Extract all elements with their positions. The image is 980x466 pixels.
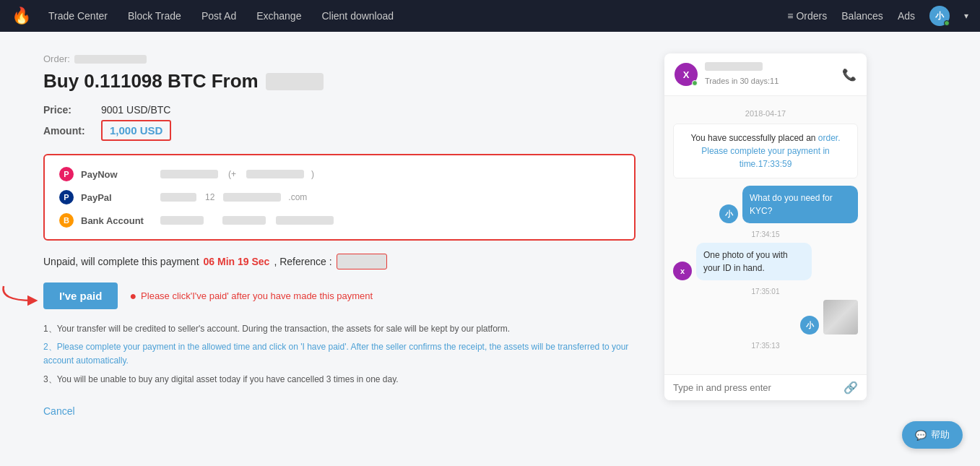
- order-id: [74, 55, 147, 64]
- phone-icon[interactable]: 📞: [842, 68, 857, 82]
- help-chat-icon: 💬: [915, 430, 927, 441]
- bank-detail3: [276, 216, 334, 225]
- price-value: 9001 USD/BTC: [101, 104, 170, 116]
- avatar[interactable]: 小: [929, 6, 950, 26]
- arrow-indicator: [0, 279, 40, 308]
- paypal-detail2: [223, 193, 281, 202]
- chat-input[interactable]: [673, 382, 838, 393]
- payment-box: P PayNow (+ ) P PayPal 12 .com B Bank Ac…: [43, 154, 636, 241]
- payment-bank: B Bank Account: [59, 213, 620, 228]
- bank-detail1: [160, 216, 204, 225]
- reference-value: [337, 254, 387, 269]
- paynow-detail1: [160, 170, 218, 178]
- note-1: 1、Your transfer will be credited to sell…: [43, 322, 636, 336]
- nav-right: ≡ Orders Balances Ads 小 ▾: [787, 6, 968, 26]
- nav-block-trade[interactable]: Block Trade: [128, 10, 181, 22]
- amount-value: 1,000 USD: [101, 120, 171, 141]
- payment-paypal: P PayPal 12 .com: [59, 190, 620, 204]
- chat-seller-avatar: X: [675, 63, 698, 86]
- msg-time-1: 17:34:15: [673, 230, 858, 238]
- bank-detail2: [222, 216, 266, 225]
- cancel-link[interactable]: Cancel: [43, 405, 75, 417]
- paypal-icon: P: [59, 190, 74, 204]
- chat-user-info: Trades in 30 days:11: [705, 62, 835, 87]
- system-message: You have successfully placed an order. P…: [673, 124, 858, 178]
- message-2: x One photo of you with your ID in hand.: [673, 243, 858, 280]
- countdown-before: Unpaid, will complete this payment: [43, 256, 199, 267]
- chat-username: [705, 62, 763, 71]
- msg-image: [823, 300, 858, 335]
- navbar: 🔥 Trade Center Block Trade Post Ad Excha…: [0, 0, 980, 32]
- note-3: 3、You will be unable to buy any digital …: [43, 373, 636, 387]
- order-label: Order:: [43, 53, 636, 64]
- chat-panel: X Trades in 30 days:11 📞 2018-04-17 You …: [664, 53, 867, 400]
- paynow-icon: P: [59, 167, 74, 181]
- amount-label: Amount:: [43, 125, 101, 137]
- nav-trade-center[interactable]: Trade Center: [48, 10, 108, 22]
- nav-links: Trade Center Block Trade Post Ad Exchang…: [48, 10, 787, 22]
- countdown-after: , Reference :: [274, 256, 331, 267]
- logo-icon: 🔥: [12, 7, 31, 25]
- ads-link[interactable]: Ads: [898, 10, 915, 22]
- nav-post-ad[interactable]: Post Ad: [201, 10, 236, 22]
- paid-warning: ● Please click'I've paid' after you have…: [129, 290, 373, 303]
- warning-icon: ●: [129, 290, 136, 303]
- help-button[interactable]: 💬 帮助: [902, 421, 963, 449]
- notes: 1、Your transfer will be credited to sell…: [43, 322, 636, 387]
- help-label: 帮助: [931, 428, 950, 441]
- paypal-label: PayPal: [81, 192, 153, 203]
- order-title: Buy 0.111098 BTC From: [43, 70, 636, 92]
- msg-bubble-2: One photo of you with your ID in hand.: [696, 243, 812, 280]
- countdown-row: Unpaid, will complete this payment 06 Mi…: [43, 254, 636, 269]
- amount-row: Amount: 1,000 USD: [43, 120, 636, 141]
- bank-icon: B: [59, 213, 74, 228]
- ive-paid-button[interactable]: I've paid: [43, 282, 118, 309]
- paynow-label: PayNow: [81, 169, 153, 180]
- price-label: Price:: [43, 104, 101, 116]
- msg-time-3: 17:35:13: [673, 342, 858, 350]
- chat-avatar-online-dot: [692, 80, 698, 86]
- chat-messages: 2018-04-17 You have successfully placed …: [664, 96, 867, 374]
- nav-client-download[interactable]: Client download: [321, 10, 394, 22]
- warning-text: Please click'I've paid' after you have m…: [141, 290, 373, 301]
- avatar-chevron: ▾: [964, 11, 968, 21]
- orders-icon: ≡: [787, 10, 793, 22]
- nav-exchange[interactable]: Exchange: [256, 10, 301, 22]
- chat-trades: Trades in 30 days:11: [705, 77, 779, 85]
- left-panel: Order: Buy 0.111098 BTC From Price: 9001…: [43, 53, 636, 418]
- chat-input-area: 🔗: [664, 374, 867, 400]
- chat-date: 2018-04-17: [673, 109, 858, 118]
- attach-icon[interactable]: 🔗: [844, 381, 858, 394]
- msg-avatar-x: x: [673, 262, 692, 280]
- message-3: 小: [673, 300, 858, 335]
- msg-avatar-self-1: 小: [719, 204, 738, 223]
- paynow-detail2: [246, 170, 304, 178]
- msg-time-2: 17:35:01: [673, 288, 858, 295]
- countdown-time: 06 Min 19 Sec: [204, 256, 270, 267]
- balances-link[interactable]: Balances: [841, 10, 883, 22]
- paypal-detail1: [160, 193, 196, 202]
- seller-name: [266, 73, 324, 90]
- price-row: Price: 9001 USD/BTC: [43, 104, 636, 116]
- message-1: What do you need for KYC? 小: [673, 186, 858, 223]
- action-row: I've paid ● Please click'I've paid' afte…: [43, 282, 636, 309]
- online-dot: [944, 20, 950, 26]
- msg-bubble-1: What do you need for KYC?: [742, 186, 858, 223]
- chat-header: X Trades in 30 days:11 📞: [664, 53, 867, 96]
- payment-paynow: P PayNow (+ ): [59, 167, 620, 181]
- orders-link[interactable]: ≡ Orders: [787, 10, 827, 22]
- note-2: 2、Please complete your payment in the al…: [43, 340, 636, 368]
- msg-avatar-self-2: 小: [800, 316, 819, 335]
- bank-label: Bank Account: [81, 215, 153, 226]
- main-content: Order: Buy 0.111098 BTC From Price: 9001…: [0, 32, 980, 439]
